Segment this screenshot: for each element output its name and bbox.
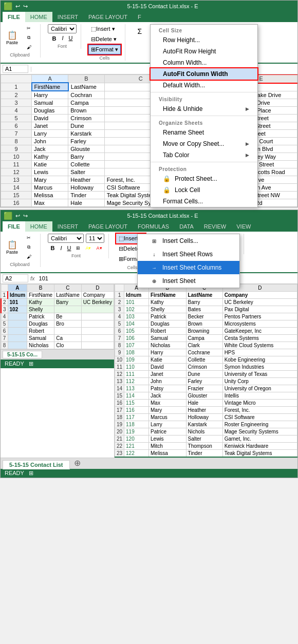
left-a8[interactable] <box>8 342 27 349</box>
border-button[interactable]: ⊞ <box>74 245 82 251</box>
right-cell-r2-c2[interactable]: Barry <box>186 299 222 306</box>
left-d2[interactable]: UC Berkeley <box>81 299 114 306</box>
bold-button-bottom[interactable]: B <box>48 244 58 252</box>
add-sheet-button[interactable]: ⊕ <box>70 457 85 469</box>
right-cell-r3-c1[interactable]: Shelly <box>149 306 187 313</box>
redo-icon2[interactable]: ↪ <box>23 213 28 219</box>
insert-cells-item[interactable]: ⊞ Insert Cells... <box>138 234 239 248</box>
right-cell-r5-c3[interactable]: Microsystems <box>222 320 297 328</box>
right-cell-r3-c0[interactable]: 102 <box>124 306 149 313</box>
redo-icon[interactable]: ↪ <box>23 3 28 10</box>
tab-insert-top[interactable]: INSERT <box>52 12 83 22</box>
right-cell-r19-c1[interactable]: Larry <box>149 421 187 428</box>
right-cell-r9-c3[interactable]: HPS <box>222 349 297 356</box>
left-a5[interactable] <box>8 320 27 328</box>
cell-a3[interactable]: Samual <box>32 99 68 107</box>
cut-button-bottom[interactable]: ✂ <box>22 234 36 242</box>
left-a1[interactable]: Idnum <box>8 292 27 299</box>
right-cell-r13-c3[interactable]: Unity Corp <box>222 378 297 385</box>
right-cell-r9-c1[interactable]: Harry <box>149 349 187 356</box>
left-b8[interactable]: Nicholas <box>27 342 54 349</box>
cell-a7[interactable]: Larry <box>32 130 68 138</box>
right-cell-r15-c1[interactable]: Jack <box>149 392 187 400</box>
left-d1[interactable]: Company <box>81 292 114 299</box>
row-height-item[interactable]: Row Height... <box>151 34 257 46</box>
right-cell-r10-c0[interactable]: 109 <box>124 356 149 364</box>
right-cell-r22-c1[interactable]: Mitch <box>149 443 187 450</box>
cut-button[interactable]: ✂ <box>22 24 36 32</box>
left-a3[interactable]: 102 <box>8 306 27 313</box>
right-cell-r20-c3[interactable]: Mage Security Systems <box>222 428 297 435</box>
right-cell-r4-c0[interactable]: 103 <box>124 313 149 320</box>
cell-b16[interactable]: Hale <box>68 199 104 207</box>
cell-b7[interactable]: Karstark <box>68 130 104 138</box>
left-c3[interactable] <box>54 306 82 313</box>
protect-sheet-item[interactable]: 🔒 Protect Sheet... <box>151 173 257 184</box>
right-cell-r20-c0[interactable]: 119 <box>124 428 149 435</box>
right-cell-r9-c2[interactable]: Cochrane <box>186 349 222 356</box>
right-cell-r18-c1[interactable]: Marcus <box>149 414 187 421</box>
tab-pagelayout-bottom[interactable]: PAGE LAYOUT <box>83 221 133 232</box>
autofit-column-width-item[interactable]: AutoFit Column Width <box>151 68 257 80</box>
format-painter-bottom[interactable]: 🖌 <box>22 253 36 261</box>
cell-a13[interactable]: Mary <box>32 176 68 184</box>
cell-a11[interactable]: Katie <box>32 161 68 168</box>
cell-a4[interactable]: Douglas <box>32 107 68 115</box>
sum-button[interactable]: Σ <box>133 26 147 37</box>
right-cell-r12-c1[interactable]: Janet <box>149 371 187 378</box>
tab-file-bottom[interactable]: FILE <box>3 221 25 232</box>
right-cell-r11-c3[interactable]: Symon Industries <box>222 364 297 371</box>
right-cell-r16-c2[interactable]: Hale <box>186 400 222 407</box>
right-cell-r23-c3[interactable]: Teak Digital Systems <box>222 450 297 458</box>
cell-b14[interactable]: Holloway <box>68 184 104 192</box>
font-select-bottom[interactable]: Calibri <box>48 234 84 243</box>
right-cell-r19-c2[interactable]: Karstark <box>186 421 222 428</box>
italic-button[interactable]: I <box>60 34 65 43</box>
right-cell-r10-c1[interactable]: Katie <box>149 356 187 364</box>
right-cell-r22-c3[interactable]: Keniwick Hardware <box>222 443 297 450</box>
cell-b8[interactable]: Farley <box>68 138 104 145</box>
cell-ref-bottom[interactable]: A2 <box>3 274 28 282</box>
right-cell-r15-c2[interactable]: Glouster <box>186 392 222 400</box>
italic-button-bottom[interactable]: I <box>58 244 64 252</box>
right-cell-r21-c3[interactable]: Garnet, Inc. <box>222 435 297 443</box>
cell-b1[interactable]: LastName <box>68 83 104 91</box>
right-cell-r7-c1[interactable]: Samual <box>149 335 187 342</box>
col-a-header[interactable]: A <box>32 75 68 83</box>
right-cell-r8-c2[interactable]: Clark <box>186 342 222 349</box>
left-a6[interactable] <box>8 328 27 335</box>
insert-sheet-rows-item[interactable]: ↓ Insert Sheet Rows <box>138 248 239 261</box>
cell-b15[interactable]: Tinder <box>68 192 104 199</box>
insert-btn-top[interactable]: ⬚ Insert ▾ <box>88 24 118 34</box>
right-cell-r4-c3[interactable]: Pentos Partners <box>222 313 297 320</box>
format-btn-top[interactable]: ⊞ Format ▾ <box>88 45 121 54</box>
left-c1[interactable]: LastName <box>54 292 82 299</box>
left-b6[interactable]: Robert <box>27 328 54 335</box>
right-cell-r23-c0[interactable]: 122 <box>124 450 149 458</box>
cell-b3[interactable]: Campa <box>68 99 104 107</box>
highlight-button[interactable]: A▾ <box>83 245 93 251</box>
rename-sheet-item[interactable]: Rename Sheet <box>151 127 257 138</box>
right-cell-r6-c0[interactable]: 105 <box>124 328 149 335</box>
hide-unhide-item[interactable]: Hide & Unhide <box>151 103 257 115</box>
right-cell-r17-c1[interactable]: Mary <box>149 407 187 414</box>
right-cell-r13-c0[interactable]: 112 <box>124 378 149 385</box>
right-cell-r4-c1[interactable]: Patrick <box>149 313 187 320</box>
right-cell-r20-c1[interactable]: Patrice <box>149 428 187 435</box>
left-a2[interactable]: 101 <box>8 299 27 306</box>
cell-a12[interactable]: Lewis <box>32 168 68 176</box>
left-c4[interactable]: Be <box>54 313 82 320</box>
right-cell-r2-c3[interactable]: UC Berkeley <box>222 299 297 306</box>
cell-b9[interactable]: Glouste <box>68 145 104 153</box>
right-cell-r18-c2[interactable]: Holloway <box>186 414 222 421</box>
right-cell-r18-c3[interactable]: CSI Software <box>222 414 297 421</box>
right-cell-r17-c3[interactable]: Forest, Inc. <box>222 407 297 414</box>
right-cell-r17-c2[interactable]: Heather <box>186 407 222 414</box>
right-cell-r7-c2[interactable]: Campa <box>186 335 222 342</box>
right-cell-r8-c3[interactable]: White Cloud Systems <box>222 342 297 349</box>
cell-a10[interactable]: Kathy <box>32 153 68 161</box>
right-cell-r11-c0[interactable]: 110 <box>124 364 149 371</box>
bold-button[interactable]: B <box>50 34 59 43</box>
right-cell-r11-c1[interactable]: David <box>149 364 187 371</box>
right-cell-r22-c2[interactable]: Thompson <box>186 443 222 450</box>
